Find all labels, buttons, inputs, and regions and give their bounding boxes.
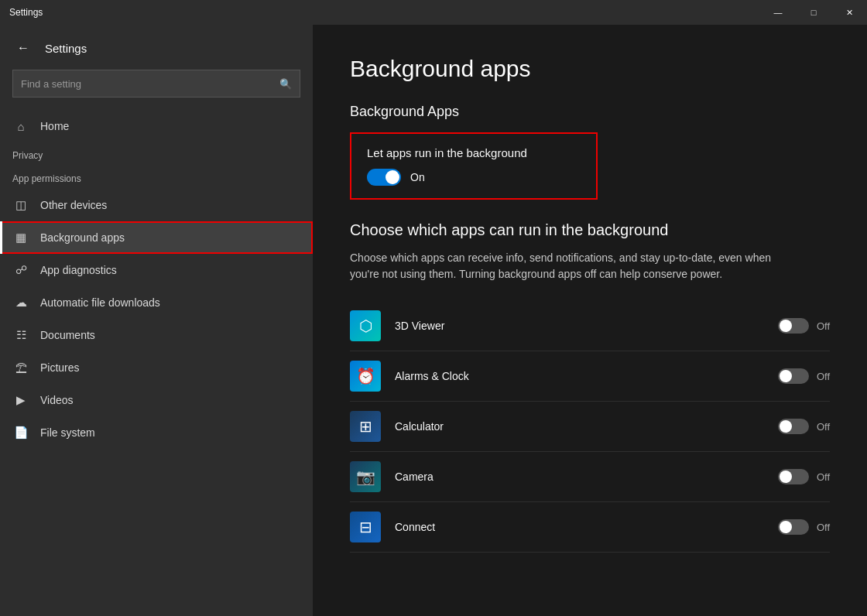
sidebar-videos-label: Videos	[40, 394, 74, 406]
app-toggle-area-0: Off	[778, 318, 830, 334]
sidebar-documents-label: Documents	[40, 329, 95, 341]
sidebar-item-documents[interactable]: ☷ Documents	[0, 319, 313, 351]
app-status-4: Off	[817, 522, 830, 533]
app-icon-camera: 📷	[350, 461, 381, 492]
app-status-2: Off	[817, 421, 830, 433]
app-toggle-3[interactable]	[778, 469, 809, 484]
app-name-2: Calculator	[395, 420, 778, 433]
title-bar-left: Settings	[9, 7, 43, 18]
back-button[interactable]: ←	[12, 37, 34, 59]
app-icon-alarms: ⏰	[350, 361, 381, 392]
minimize-button[interactable]: —	[760, 0, 796, 25]
toggle-section: Let apps run in the background On	[350, 132, 598, 200]
app-list: ⬡ 3D Viewer Off ⏰ Alarms & Clock Off ⊞ C…	[350, 301, 830, 553]
app-toggle-area-2: Off	[778, 419, 830, 434]
app-list-item-4: ⊟ Connect Off	[350, 502, 830, 553]
app-list-item-3: 📷 Camera Off	[350, 452, 830, 502]
app-toggle-area-1: Off	[778, 368, 830, 384]
search-input[interactable]	[21, 78, 273, 90]
app-icon-3dviewer: ⬡	[350, 310, 381, 341]
app-name-1: Alarms & Clock	[395, 370, 778, 382]
title-bar-controls: — □ ✕	[760, 0, 867, 25]
title-bar: Settings — □ ✕	[0, 0, 867, 25]
sidebar: ← Settings 🔍 ⌂ Home Privacy App permissi…	[0, 25, 313, 616]
sidebar-item-app-diagnostics[interactable]: ☍ App diagnostics	[0, 254, 313, 286]
page-title: Background apps	[350, 56, 830, 82]
app-toggle-2[interactable]	[778, 419, 809, 434]
toggle-status: On	[410, 171, 425, 183]
app-toggle-4[interactable]	[778, 519, 809, 535]
title-bar-title: Settings	[9, 7, 43, 18]
background-apps-toggle[interactable]	[367, 169, 401, 186]
close-button[interactable]: ✕	[831, 0, 867, 25]
sidebar-automatic-downloads-label: Automatic file downloads	[40, 296, 160, 309]
choose-title: Choose which apps can run in the backgro…	[350, 221, 830, 239]
sidebar-item-background-apps[interactable]: ▦ Background apps	[0, 221, 313, 254]
app-name-3: Camera	[395, 471, 778, 483]
app-permissions-label: App permissions	[0, 166, 313, 189]
sidebar-pictures-label: Pictures	[40, 361, 80, 374]
sidebar-background-apps-label: Background apps	[40, 231, 125, 244]
app-body: ← Settings 🔍 ⌂ Home Privacy App permissi…	[0, 25, 867, 616]
documents-icon: ☷	[12, 327, 29, 344]
videos-icon: ▶	[12, 392, 29, 409]
app-status-3: Off	[817, 471, 830, 483]
choose-description: Choose which apps can receive info, send…	[350, 250, 783, 282]
app-status-0: Off	[817, 320, 830, 332]
app-status-1: Off	[817, 371, 830, 382]
privacy-section-label: Privacy	[0, 142, 313, 166]
background-apps-icon: ▦	[12, 229, 29, 246]
file-system-icon: 📄	[12, 424, 29, 441]
search-icon: 🔍	[279, 78, 292, 90]
app-icon-connect: ⊟	[350, 512, 381, 542]
main-content: Background apps Background Apps Let apps…	[313, 25, 867, 616]
pictures-icon: ⛱	[12, 359, 29, 376]
app-name-4: Connect	[395, 521, 778, 533]
app-toggle-area-4: Off	[778, 519, 830, 535]
other-devices-icon: ◫	[12, 197, 29, 214]
sidebar-app-diagnostics-label: App diagnostics	[40, 264, 117, 276]
search-box[interactable]: 🔍	[12, 70, 300, 98]
sidebar-header: ← Settings	[0, 25, 313, 67]
background-apps-section-title: Background Apps	[350, 104, 830, 120]
sidebar-other-devices-label: Other devices	[40, 199, 107, 211]
sidebar-item-home[interactable]: ⌂ Home	[0, 110, 313, 142]
home-icon: ⌂	[12, 118, 29, 135]
app-toggle-1[interactable]	[778, 368, 809, 384]
sidebar-item-automatic-file-downloads[interactable]: ☁ Automatic file downloads	[0, 286, 313, 319]
app-icon-calculator: ⊞	[350, 411, 381, 442]
sidebar-app-title: Settings	[45, 42, 87, 55]
app-list-item-1: ⏰ Alarms & Clock Off	[350, 351, 830, 402]
app-diagnostics-icon: ☍	[12, 262, 29, 279]
app-name-0: 3D Viewer	[395, 320, 778, 332]
app-toggle-0[interactable]	[778, 318, 809, 334]
automatic-downloads-icon: ☁	[12, 294, 29, 311]
sidebar-item-file-system[interactable]: 📄 File system	[0, 416, 313, 449]
sidebar-item-pictures[interactable]: ⛱ Pictures	[0, 351, 313, 384]
sidebar-item-other-devices[interactable]: ◫ Other devices	[0, 189, 313, 221]
app-list-item-2: ⊞ Calculator Off	[350, 402, 830, 452]
toggle-row: On	[367, 169, 581, 186]
toggle-label: Let apps run in the background	[367, 146, 581, 159]
sidebar-item-videos[interactable]: ▶ Videos	[0, 384, 313, 416]
sidebar-file-system-label: File system	[40, 426, 95, 439]
maximize-button[interactable]: □	[796, 0, 831, 25]
app-toggle-area-3: Off	[778, 469, 830, 484]
app-list-item-0: ⬡ 3D Viewer Off	[350, 301, 830, 351]
sidebar-home-label: Home	[40, 120, 69, 132]
